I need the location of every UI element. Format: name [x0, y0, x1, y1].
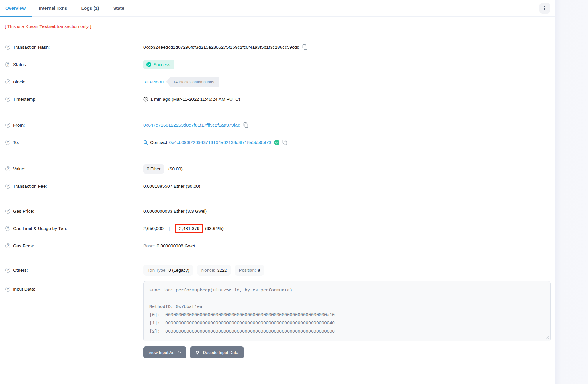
help-icon[interactable]: ? — [5, 97, 10, 102]
row-from: ? From: 0x647e7168122263d8e7f81f17fff9c2… — [4, 116, 551, 134]
section-summary: ? Transaction Hash: 0xcb324eedcd1d07296f… — [4, 35, 551, 114]
row-label: Value: — [13, 166, 26, 172]
tab-state[interactable]: State — [106, 0, 131, 16]
badge-value: 0 (Legacy) — [169, 268, 189, 273]
gas-price-value: 0.0000000033 Ether (3.3 Gwei) — [143, 209, 207, 214]
badge-label: Nonce: — [201, 268, 215, 273]
row-label: Transaction Hash: — [13, 45, 50, 50]
status-badge: Success — [143, 60, 174, 69]
tab-logs[interactable]: Logs (1) — [74, 0, 106, 16]
help-icon[interactable]: ? — [5, 243, 10, 248]
badge-value: 3222 — [217, 268, 227, 273]
badge-label: Txn Type: — [147, 268, 167, 273]
row-status: ? Status: Success — [4, 56, 551, 73]
notice-bold: Testnet — [40, 24, 56, 29]
help-icon[interactable]: ? — [5, 287, 10, 292]
help-icon[interactable]: ? — [5, 226, 10, 231]
decode-icon — [195, 350, 200, 355]
separator: | — [169, 226, 170, 231]
row-gas-limit-usage: ? Gas Limit & Usage by Txn: 2,650,000 | … — [4, 220, 551, 237]
row-gas-fees: ? Gas Fees: Base: 0.000000008 Gwei — [4, 237, 551, 254]
contract-prefix: Contract — [150, 140, 167, 145]
row-value: ? Value: 0 Ether ($0.00) — [4, 160, 551, 177]
tab-internal-txns[interactable]: Internal Txns — [32, 0, 74, 16]
row-label: Status: — [13, 62, 27, 67]
from-address-link[interactable]: 0x647e7168122263d8e7f81f17fff9c2f1aa379f… — [143, 123, 240, 128]
status-text: Success — [154, 62, 170, 67]
help-icon[interactable]: ? — [5, 184, 10, 189]
tab-bar: Overview Internal Txns Logs (1) State — [0, 0, 555, 17]
badge-label: Position: — [239, 268, 256, 273]
row-to: ? To: Contract 0x4cb093f226983713164a621… — [4, 134, 551, 151]
badge-value: 8 — [258, 268, 260, 273]
help-icon[interactable]: ? — [5, 166, 10, 171]
check-circle-icon — [146, 62, 151, 67]
row-label: Transaction Fee: — [13, 184, 47, 189]
row-timestamp: ? Timestamp: 1 min ago (Mar-11-2022 11:4… — [4, 90, 551, 108]
row-label: Block: — [13, 79, 25, 85]
verified-check-icon — [274, 140, 279, 145]
row-label: Input Data: — [13, 286, 35, 292]
annotation-highlight-box: 2,481,379 — [175, 224, 203, 233]
kebab-icon — [544, 6, 545, 11]
kebab-menu-button[interactable] — [539, 3, 550, 14]
help-icon[interactable]: ? — [5, 123, 10, 128]
txn-type-badge: Txn Type: 0 (Legacy) — [143, 265, 193, 276]
row-label: Timestamp: — [13, 97, 36, 102]
block-number-link[interactable]: 30324830 — [143, 79, 164, 85]
page-background-strip — [555, 0, 588, 384]
row-label: To: — [13, 140, 19, 145]
row-label: Gas Price: — [13, 209, 34, 214]
timestamp-value: 1 min ago (Mar-11-2022 11:46:24 AM +UTC) — [150, 97, 240, 102]
button-label: View Input As — [149, 350, 174, 355]
position-badge: Position: 8 — [235, 265, 264, 276]
notice-prefix: [ This is a Kovan — [5, 24, 40, 29]
row-block: ? Block: 30324830 14 Block Confirmations — [4, 73, 551, 90]
row-label: From: — [13, 123, 25, 128]
notice-suffix: transaction only ] — [56, 24, 91, 29]
testnet-notice: [ This is a Kovan Testnet transaction on… — [5, 24, 555, 29]
transaction-hash-value: 0xcb324eedcd1d07296fdf3d215a2865275f159c… — [143, 45, 299, 50]
decode-input-data-button[interactable]: Decode Input Data — [190, 346, 244, 358]
button-label: Decode Input Data — [203, 350, 239, 355]
row-label: Gas Fees: — [13, 243, 34, 249]
help-icon[interactable]: ? — [5, 45, 10, 50]
transaction-details-card: Overview Internal Txns Logs (1) State [ … — [0, 0, 555, 366]
row-gas-price: ? Gas Price: 0.0000000033 Ether (3.3 Gwe… — [4, 202, 551, 220]
row-label: Gas Limit & Usage by Txn: — [13, 226, 67, 231]
caret-down-icon — [178, 351, 181, 353]
help-icon[interactable]: ? — [5, 62, 10, 67]
magnifier-icon[interactable] — [143, 140, 148, 145]
help-icon[interactable]: ? — [5, 209, 10, 214]
input-data-content: Function: performUpkeep(uint256 id, byte… — [149, 286, 544, 336]
help-icon[interactable]: ? — [5, 140, 10, 145]
ether-value-badge: 0 Ether — [143, 164, 164, 174]
resize-handle-icon[interactable] — [546, 335, 549, 340]
block-confirmations-badge: 14 Block Confirmations — [166, 77, 219, 87]
gas-limit-value: 2,650,000 — [143, 226, 164, 231]
tab-overview[interactable]: Overview — [0, 0, 32, 16]
section-value: ? Value: 0 Ether ($0.00) ? Transaction F… — [4, 158, 551, 198]
clock-icon — [143, 97, 148, 102]
row-label: Others: — [13, 268, 28, 273]
base-fee-value: 0.000000008 Gwei — [157, 243, 195, 249]
row-transaction-hash: ? Transaction Hash: 0xcb324eedcd1d07296f… — [4, 38, 551, 56]
copy-icon[interactable] — [243, 122, 248, 128]
row-input-data: ? Input Data: Function: performUpkeep(ui… — [4, 281, 551, 358]
section-gas: ? Gas Price: 0.0000000033 Ether (3.3 Gwe… — [4, 198, 551, 258]
nonce-badge: Nonce: 3222 — [197, 265, 231, 276]
copy-icon[interactable] — [282, 140, 287, 145]
to-address-link[interactable]: 0x4cb093f226983713164a62138c3f718a5b595f… — [169, 140, 271, 145]
gas-used-value: 2,481,379 — [179, 226, 199, 231]
row-others: ? Others: Txn Type: 0 (Legacy) Nonce: 32… — [4, 261, 551, 279]
help-icon[interactable]: ? — [5, 79, 10, 84]
copy-icon[interactable] — [302, 44, 307, 50]
gas-used-percent: (93.64%) — [205, 226, 224, 231]
input-data-textarea[interactable]: Function: performUpkeep(uint256 id, byte… — [143, 281, 551, 341]
view-input-as-button[interactable]: View Input As — [143, 346, 186, 358]
section-parties: ? From: 0x647e7168122263d8e7f81f17fff9c2… — [4, 114, 551, 158]
row-transaction-fee: ? Transaction Fee: 0.0081885507 Ether ($… — [4, 177, 551, 195]
transaction-fee-value: 0.0081885507 Ether ($0.00) — [143, 184, 200, 189]
help-icon[interactable]: ? — [5, 268, 10, 273]
usd-value: ($0.00) — [168, 166, 183, 172]
